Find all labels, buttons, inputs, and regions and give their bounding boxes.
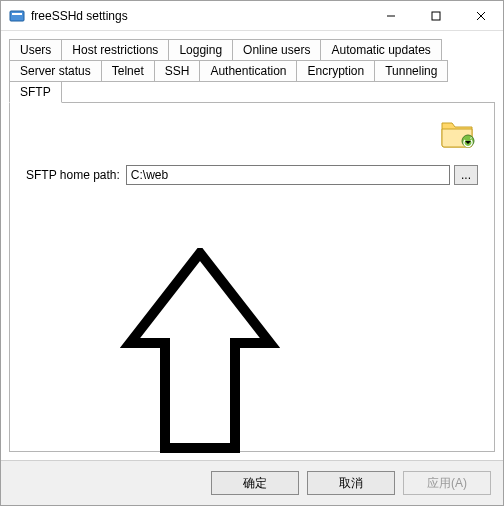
tab-row-1: Users Host restrictions Logging Online u… <box>9 39 495 60</box>
maximize-button[interactable] <box>413 1 458 30</box>
svg-rect-3 <box>432 12 440 20</box>
window-title: freeSSHd settings <box>31 9 368 23</box>
tab-server-status[interactable]: Server status <box>9 60 102 82</box>
folder-icon <box>440 117 476 152</box>
tab-automatic-updates[interactable]: Automatic updates <box>320 39 441 61</box>
tab-sftp[interactable]: SFTP <box>9 81 62 103</box>
settings-window: freeSSHd settings Users Host restriction… <box>0 0 504 506</box>
tab-authentication[interactable]: Authentication <box>199 60 297 82</box>
sftp-home-path-input[interactable] <box>126 165 450 185</box>
sftp-home-path-row: SFTP home path: ... <box>26 165 478 185</box>
minimize-button[interactable] <box>368 1 413 30</box>
tab-encryption[interactable]: Encryption <box>296 60 375 82</box>
tab-ssh[interactable]: SSH <box>154 60 201 82</box>
app-icon <box>9 8 25 24</box>
titlebar: freeSSHd settings <box>1 1 503 31</box>
tab-host-restrictions[interactable]: Host restrictions <box>61 39 169 61</box>
sftp-panel: SFTP home path: ... <box>9 102 495 452</box>
close-button[interactable] <box>458 1 503 30</box>
sftp-home-path-label: SFTP home path: <box>26 168 120 182</box>
ok-button[interactable]: 确定 <box>211 471 299 495</box>
svg-rect-1 <box>12 13 22 15</box>
tab-row-2: Server status Telnet SSH Authentication … <box>9 60 495 102</box>
tab-logging[interactable]: Logging <box>168 39 233 61</box>
browse-button[interactable]: ... <box>454 165 478 185</box>
tab-tunneling[interactable]: Tunneling <box>374 60 448 82</box>
tab-users[interactable]: Users <box>9 39 62 61</box>
apply-button[interactable]: 应用(A) <box>403 471 491 495</box>
content-area: Users Host restrictions Logging Online u… <box>1 31 503 460</box>
dialog-button-row: 确定 取消 应用(A) <box>1 460 503 505</box>
cancel-button[interactable]: 取消 <box>307 471 395 495</box>
tab-online-users[interactable]: Online users <box>232 39 321 61</box>
tab-telnet[interactable]: Telnet <box>101 60 155 82</box>
svg-rect-0 <box>10 11 24 21</box>
up-arrow-annotation-icon <box>120 248 280 461</box>
